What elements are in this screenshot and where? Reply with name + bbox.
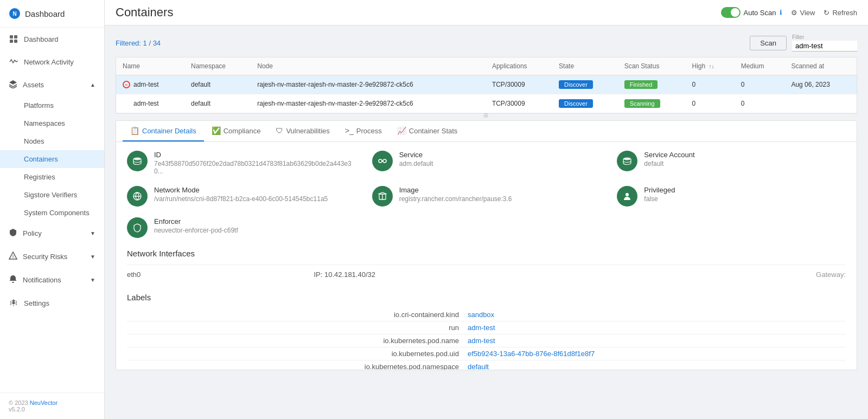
autoscan-label: Auto Scan	[744, 9, 776, 17]
tab-container-details[interactable]: 📋 Container Details	[123, 121, 204, 141]
filter-input-wrap: Filter	[792, 34, 857, 51]
chevron-up-icon: ▲	[90, 82, 95, 88]
info-card-value: registry.rancher.com/rancher/pause:3.6	[399, 195, 512, 203]
network-ip: IP: 10.42.181.40/32	[181, 270, 508, 279]
info-card-text: Privileged false	[644, 186, 675, 203]
brand-link[interactable]: NeuVector	[30, 399, 58, 406]
col-scanned-at: Scanned at	[784, 57, 857, 75]
sidebar-item-notifications[interactable]: Notifications ▼	[0, 268, 104, 292]
svg-point-9	[379, 159, 382, 163]
sidebar-item-settings[interactable]: Settings	[0, 292, 104, 314]
info-card: ID 7e43f58870d5076f20e2dad78b0321d4783f8…	[127, 151, 356, 175]
sidebar-item-platforms[interactable]: Platforms	[0, 96, 104, 114]
bell-icon	[9, 275, 17, 285]
col-node: Node	[251, 57, 486, 75]
info-card: Network Mode /var/run/netns/cni-8d87f821…	[127, 186, 356, 207]
col-applications: Applications	[486, 57, 552, 75]
col-high: High ↑↓	[686, 57, 735, 75]
sidebar-item-registries[interactable]: Registries	[0, 168, 104, 186]
activity-icon	[9, 57, 18, 67]
cell-medium: 0	[735, 75, 785, 94]
info-card-icon	[127, 217, 148, 238]
sidebar-item-assets[interactable]: Assets ▲	[0, 73, 104, 96]
main-content: Containers Auto Scan ℹ ⚙ View ↻ Refresh …	[105, 0, 868, 419]
sidebar-item-security-risks[interactable]: ! Security Risks ▼	[0, 245, 104, 268]
cell-node: rajesh-nv-master-rajesh-nv-master-2-9e92…	[251, 75, 486, 94]
info-card-text: Image registry.rancher.com/rancher/pause…	[399, 186, 512, 203]
tab-process[interactable]: >_ Process	[337, 121, 390, 141]
cell-name: adm-test	[116, 94, 184, 113]
scan-status-badge: Scanning	[624, 99, 660, 108]
view-button[interactable]: ⚙ View	[791, 9, 815, 17]
scan-button[interactable]: Scan	[750, 36, 787, 50]
sidebar-footer: © 2023 NeuVector v5.2.0	[0, 392, 104, 419]
info-card-text: Network Mode /var/run/netns/cni-8d87f821…	[154, 186, 328, 203]
sidebar-item-sigstore-verifiers[interactable]: Sigstore Verifiers	[0, 186, 104, 204]
resize-handle[interactable]: ≡	[116, 114, 857, 117]
topbar: Containers Auto Scan ℹ ⚙ View ↻ Refresh	[105, 0, 868, 25]
label-key: io.kubernetes.pod.uid	[127, 347, 463, 360]
sidebar-item-nodes[interactable]: Nodes	[0, 132, 104, 150]
info-card-text: Enforcer neuvector-enforcer-pod-c69tf	[154, 217, 238, 234]
sidebar-item-containers[interactable]: Containers	[0, 150, 104, 168]
sidebar-item-network-activity[interactable]: Network Activity	[0, 50, 104, 73]
col-namespace: Namespace	[184, 57, 251, 75]
network-interface-row: eth0 IP: 10.42.181.40/32 Gateway:	[127, 265, 846, 284]
labels-section: Labels io.cri-containerd.kind sandbox ru…	[127, 293, 846, 370]
scan-status-badge: Finished	[624, 80, 658, 89]
cell-scan-status: Finished	[618, 75, 686, 94]
state-badge: Discover	[559, 80, 593, 89]
gear-icon: ⚙	[791, 9, 797, 17]
sidebar-item-dashboard[interactable]: Dashboard	[0, 28, 104, 50]
info-card-icon	[372, 151, 393, 171]
tab-compliance[interactable]: ✅ Compliance	[204, 121, 269, 141]
sidebar-item-namespaces[interactable]: Namespaces	[0, 114, 104, 132]
topbar-actions: Auto Scan ℹ ⚙ View ↻ Refresh	[721, 7, 857, 18]
autoscan-toggle[interactable]: Auto Scan ℹ	[721, 7, 782, 18]
svg-rect-4	[10, 40, 13, 43]
tab-icon: >_	[345, 126, 354, 135]
info-card: Enforcer neuvector-enforcer-pod-c69tf	[127, 217, 356, 238]
col-name: Name	[116, 57, 184, 75]
filtered-label: Filtered: 1 / 34	[116, 39, 161, 47]
tab-vulnerabilities[interactable]: 🛡 Vulnerabilities	[268, 121, 337, 141]
info-card-icon	[127, 186, 148, 207]
info-card: Service Account default	[617, 151, 846, 175]
brand-name: N Dashboard	[9, 8, 95, 20]
tab-icon: 🛡	[276, 126, 283, 135]
network-rows: eth0 IP: 10.42.181.40/32 Gateway:	[127, 265, 846, 284]
label-value: ef5b9243-13a6-47bb-876e-8f61d8f1e8f7	[463, 347, 846, 360]
label-value: sandbox	[463, 308, 846, 321]
info-card: Service adm.default	[372, 151, 601, 175]
network-gateway: Gateway:	[519, 270, 846, 279]
autoscan-info-icon: ℹ	[780, 9, 782, 16]
autoscan-switch[interactable]	[721, 7, 741, 18]
label-value: adm-test	[463, 321, 846, 334]
label-row: io.cri-containerd.kind sandbox	[127, 308, 846, 321]
table-row[interactable]: − adm-test default rajesh-nv-master-raje…	[116, 75, 857, 94]
containers-table: Name Namespace Node Applications State S…	[116, 57, 857, 113]
detail-panel: 📋 Container Details✅ Compliance🛡 Vulnera…	[116, 120, 857, 370]
sidebar-item-system-components[interactable]: System Components	[0, 204, 104, 222]
tab-icon: 📈	[397, 126, 406, 135]
cell-name: − adm-test	[116, 75, 184, 94]
cell-namespace: default	[184, 75, 251, 94]
label-key: io.kubernetes.pod.name	[127, 334, 463, 347]
gear-icon	[9, 298, 18, 308]
label-row: io.kubernetes.pod.name adm-test	[127, 334, 846, 347]
network-iface: eth0	[127, 270, 170, 279]
refresh-button[interactable]: ↻ Refresh	[824, 9, 857, 17]
info-card-value: 7e43f58870d5076f20e2dad78b0321d4783f81ab…	[154, 160, 356, 175]
tab-container-stats[interactable]: 📈 Container Stats	[390, 121, 465, 141]
info-card-text: Service Account default	[644, 151, 694, 167]
cell-applications: TCP/30009	[486, 94, 552, 113]
info-card-label: Network Mode	[154, 186, 328, 194]
cell-node: rajesh-nv-master-rajesh-nv-master-2-9e92…	[251, 94, 486, 113]
sidebar-item-policy[interactable]: Policy ▼	[0, 222, 104, 245]
filter-input[interactable]	[792, 41, 857, 51]
sidebar-item-label: Network Activity	[24, 58, 74, 66]
svg-text:N: N	[12, 11, 16, 17]
label-row: io.kubernetes.pod.namespace default	[127, 360, 846, 370]
chevron-down-icon: ▼	[90, 254, 95, 260]
alert-icon: !	[9, 252, 17, 262]
